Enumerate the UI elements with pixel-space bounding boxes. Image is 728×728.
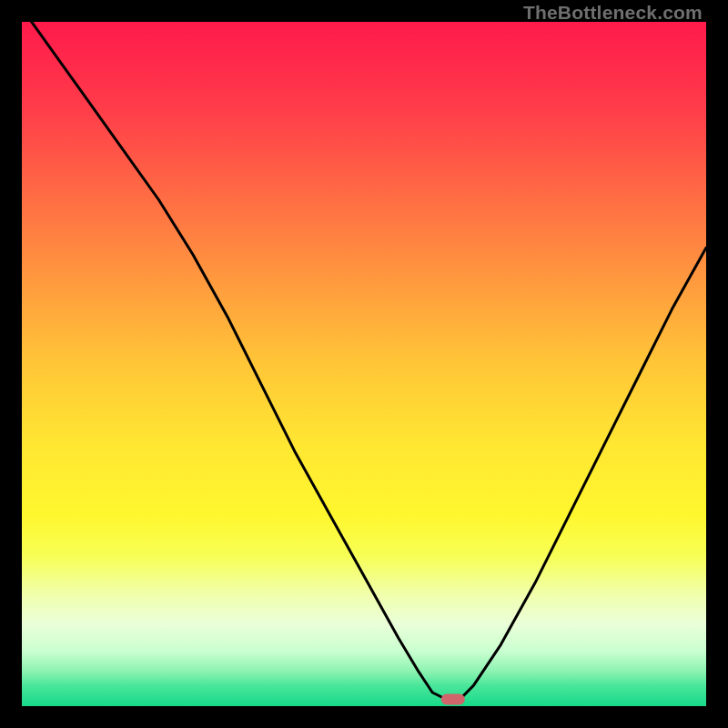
gradient-background [22, 22, 706, 706]
bottleneck-plot [22, 22, 706, 706]
plot-area [22, 22, 706, 706]
sweet-spot-marker [441, 694, 465, 705]
watermark-text: TheBottleneck.com [523, 2, 703, 24]
chart-frame: TheBottleneck.com [0, 0, 728, 728]
